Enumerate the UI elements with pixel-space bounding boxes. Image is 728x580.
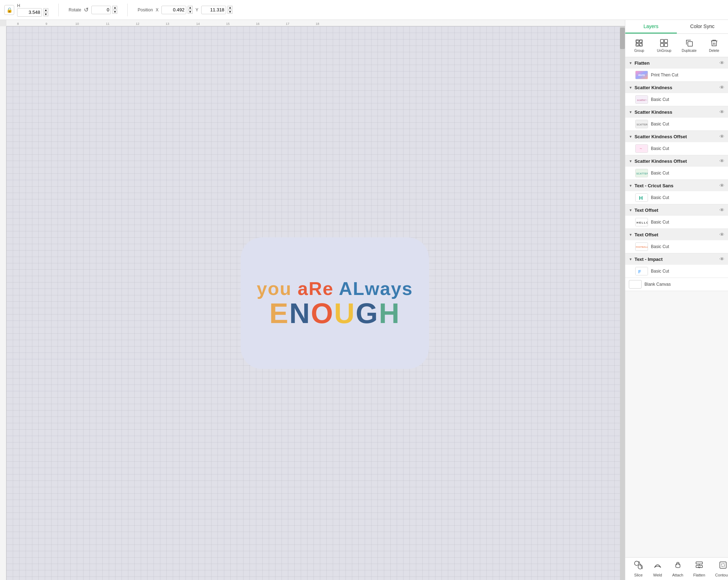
layer-header-scatter-2[interactable]: ▼ Scatter Kindness 👁 (625, 106, 728, 118)
list-item[interactable]: H Basic Cut (625, 191, 728, 204)
svg-rect-6 (664, 39, 668, 43)
eye-text-offset-2[interactable]: 👁 (719, 232, 724, 237)
pos-x-up[interactable]: ▲ (188, 6, 193, 10)
layer-title-scatter-1: Scatter Kindness (635, 85, 717, 90)
eye-scatter-2[interactable]: 👁 (719, 109, 724, 115)
layer-header-text-impact[interactable]: ▼ Text - Impact 👁 (625, 253, 728, 265)
layer-title-text-impact: Text - Impact (635, 257, 717, 262)
svg-text:F: F (638, 269, 641, 274)
list-item[interactable]: ~ Basic Cut (625, 142, 728, 155)
separator-1 (58, 4, 59, 16)
layer-title-scatter-2: Scatter Kindness (635, 109, 717, 115)
tab-color-sync[interactable]: Color Sync (677, 20, 728, 33)
thumb-blank-canvas (629, 280, 642, 289)
chevron-flatten: ▼ (629, 61, 632, 65)
layer-group-cricut-sans: ▼ Text - Cricut Sans 👁 H Basic Cut (625, 180, 728, 204)
pos-x-label: X (156, 7, 159, 12)
height-up[interactable]: ▲ (43, 8, 48, 12)
chevron-text-impact: ▼ (629, 257, 632, 261)
delete-button[interactable]: Delete (702, 37, 726, 54)
attach-icon (673, 560, 682, 572)
layer-header-scatter-offset-2[interactable]: ▼ Scatter Kindness Offset 👁 (625, 155, 728, 167)
list-item[interactable]: SCATTER Basic Cut (625, 118, 728, 130)
scrollbar[interactable] (620, 26, 625, 580)
label-blank-canvas: Blank Canvas (644, 282, 671, 287)
eye-text-impact[interactable]: 👁 (719, 256, 724, 262)
label-scatter-2-basic-cut: Basic Cut (651, 122, 669, 127)
list-item[interactable]: F Basic Cut (625, 265, 728, 278)
svg-rect-8 (664, 43, 668, 47)
separator-2 (127, 4, 128, 16)
svg-text:SCATTER: SCATTER (637, 123, 648, 126)
group-button[interactable]: Group (627, 37, 651, 54)
weld-icon (653, 560, 662, 572)
pos-y-input[interactable] (201, 6, 226, 14)
svg-rect-31 (696, 562, 702, 564)
sticker-content: you aRe ALways ENOUGH (246, 272, 423, 334)
eye-text-offset-1[interactable]: 👁 (719, 207, 724, 213)
weld-button[interactable]: Weld (648, 558, 667, 579)
scrollbar-thumb[interactable] (620, 28, 625, 49)
pos-y-down[interactable]: ▼ (228, 10, 232, 14)
eye-cricut-sans[interactable]: 👁 (719, 183, 724, 188)
layer-title-scatter-offset-2: Scatter Kindness Offset (635, 159, 717, 164)
canvas-inner: you aRe ALways ENOUGH (239, 236, 431, 371)
list-item[interactable]: INVIS Print Then Cut (625, 69, 728, 81)
layer-header-text-offset-2[interactable]: ▼ Text Offset 👁 (625, 229, 728, 240)
pos-y-label: Y (196, 7, 198, 12)
delete-label: Delete (709, 49, 719, 53)
duplicate-button[interactable]: Duplicate (678, 37, 701, 54)
flatten-icon (695, 560, 704, 572)
thumb-scatter-offset-2: SCATTER (635, 169, 648, 177)
rotate-spinner[interactable]: ▲ ▼ (112, 6, 117, 14)
rotate-down[interactable]: ▼ (112, 10, 117, 14)
eye-scatter-offset-2[interactable]: 👁 (719, 158, 724, 164)
layer-group-text-offset-1: ▼ Text Offset 👁 HELLO Basic Cut (625, 204, 728, 229)
rotate-field: ▲ ▼ (91, 6, 117, 14)
svg-text:~: ~ (639, 146, 642, 151)
height-input[interactable] (17, 8, 42, 17)
layer-header-flatten[interactable]: ▼ Flatten 👁 (625, 57, 728, 69)
svg-rect-9 (688, 42, 692, 46)
layer-header-cricut-sans[interactable]: ▼ Text - Cricut Sans 👁 (625, 180, 728, 191)
pos-x-input[interactable] (161, 6, 186, 14)
list-item[interactable]: SCATTER Basic Cut (625, 167, 728, 179)
flatten-button[interactable]: Flatten (688, 558, 710, 579)
thumb-text-offset-1: HELLO (635, 218, 648, 226)
lock-icon[interactable]: 🔒 (4, 5, 14, 15)
layer-header-scatter-1[interactable]: ▼ Scatter Kindness 👁 (625, 82, 728, 93)
rotate-input[interactable] (91, 6, 111, 14)
thumb-text-impact: F (635, 267, 648, 275)
tab-layers[interactable]: Layers (625, 20, 677, 33)
list-item[interactable]: scatter~ Basic Cut (625, 93, 728, 106)
layers-panel: Layers Color Sync Group (625, 20, 728, 580)
height-spinner[interactable]: ▲ ▼ (43, 8, 48, 16)
list-item[interactable]: FOOTBALL Basic Cut (625, 240, 728, 253)
pos-y-up[interactable]: ▲ (228, 6, 232, 10)
list-item[interactable]: Blank Canvas (625, 278, 728, 291)
svg-rect-26 (636, 267, 648, 275)
pos-x-spinner[interactable]: ▲ ▼ (188, 6, 193, 14)
rotate-up[interactable]: ▲ (112, 6, 117, 10)
thumb-cricut-sans: H (635, 193, 648, 202)
attach-button[interactable]: Attach (667, 558, 688, 579)
svg-text:scatter~: scatter~ (637, 98, 648, 102)
eye-scatter-offset-1[interactable]: 👁 (719, 134, 724, 139)
thumb-print-then-cut: INVIS (635, 71, 648, 79)
sticker-wrapper[interactable]: you aRe ALways ENOUGH (239, 236, 431, 371)
layer-header-scatter-offset-1[interactable]: ▼ Scatter Kindness Offset 👁 (625, 131, 728, 142)
label-text-offset-2-basic-cut: Basic Cut (651, 244, 669, 249)
eye-scatter-1[interactable]: 👁 (719, 85, 724, 90)
ungroup-button[interactable]: UnGroup (652, 37, 676, 54)
layer-group-scatter-2: ▼ Scatter Kindness 👁 SCATTER Basic Cut (625, 106, 728, 131)
height-down[interactable]: ▼ (43, 12, 48, 16)
eye-flatten[interactable]: 👁 (719, 60, 724, 66)
pos-x-down[interactable]: ▼ (188, 10, 193, 14)
contour-button[interactable]: Contou... (710, 558, 728, 579)
canvas-container[interactable]: 8 9 10 11 12 13 14 15 16 17 18 (0, 20, 625, 580)
layer-header-text-offset-1[interactable]: ▼ Text Offset 👁 (625, 204, 728, 216)
slice-button[interactable]: Slice (629, 558, 648, 579)
list-item[interactable]: HELLO Basic Cut (625, 216, 728, 229)
pos-y-spinner[interactable]: ▲ ▼ (228, 6, 232, 14)
layers-tabs: Layers Color Sync (625, 20, 728, 34)
